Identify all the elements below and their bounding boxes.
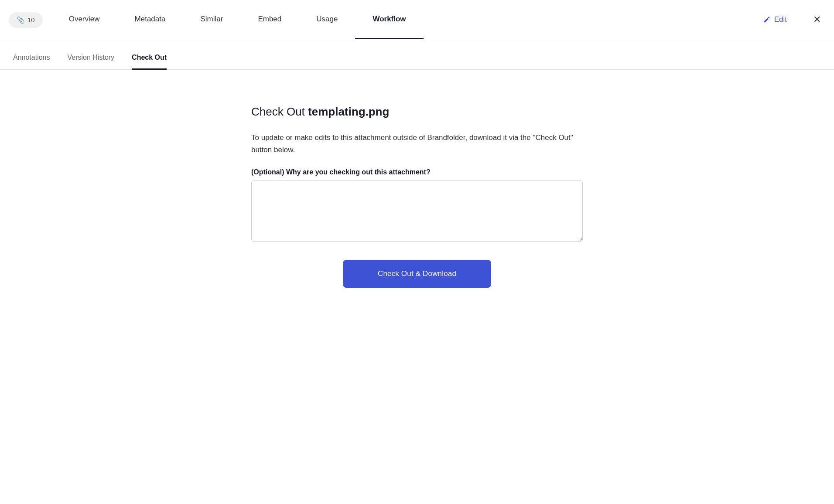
tab-metadata[interactable]: Metadata	[117, 0, 183, 39]
optional-label: (Optional) Why are you checking out this…	[251, 168, 583, 176]
sub-tab-check-out[interactable]: Check Out	[132, 54, 167, 70]
sub-tab-version-history[interactable]: Version History	[68, 54, 115, 70]
attachments-tab[interactable]: 📎 10	[9, 12, 43, 28]
reason-textarea[interactable]	[251, 180, 583, 242]
checkout-card: Check Out templating.png To update or ma…	[251, 105, 583, 288]
tab-usage[interactable]: Usage	[299, 0, 355, 39]
paperclip-icon: 📎	[17, 16, 25, 24]
filename: templating.png	[308, 105, 389, 118]
tab-workflow[interactable]: Workflow	[355, 0, 423, 39]
tab-embed[interactable]: Embed	[240, 0, 299, 39]
reason-section: (Optional) Why are you checking out this…	[251, 168, 583, 243]
tab-similar[interactable]: Similar	[183, 0, 240, 39]
page-title: Check Out templating.png	[251, 105, 583, 119]
pencil-icon	[763, 16, 771, 24]
close-button[interactable]: ✕	[800, 0, 834, 39]
checkout-download-button[interactable]: Check Out & Download	[343, 260, 491, 288]
tab-overview[interactable]: Overview	[51, 0, 117, 39]
sub-tab-annotations[interactable]: Annotations	[13, 54, 50, 70]
close-icon: ✕	[813, 14, 821, 25]
main-content: Check Out templating.png To update or ma…	[0, 70, 834, 314]
edit-label: Edit	[774, 15, 787, 24]
description-text: To update or make edits to this attachme…	[251, 132, 583, 156]
attachment-count: 10	[27, 16, 35, 24]
top-navigation: 📎 10 Overview Metadata Similar Embed Usa…	[0, 0, 834, 39]
edit-button[interactable]: Edit	[750, 0, 800, 39]
sub-navigation: Annotations Version History Check Out	[0, 39, 834, 70]
